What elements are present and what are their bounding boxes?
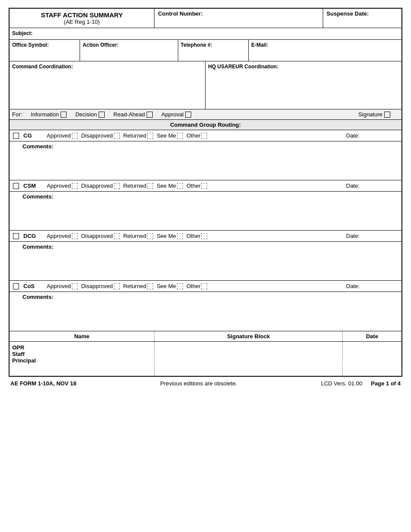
- csm-see-me: See Me: [157, 183, 183, 189]
- form-subtitle: (AE Reg 1-10): [11, 19, 152, 25]
- cos-disapproved: Disapproved: [81, 283, 120, 289]
- decision-item: Decision: [75, 111, 105, 118]
- cg-date-section: Date:: [346, 132, 398, 139]
- approval-label: Approval: [161, 111, 183, 118]
- for-row: For: Information Decision Read-Ahead App…: [10, 109, 401, 120]
- cg-other-checkbox[interactable]: [201, 133, 207, 139]
- cg-see-me-checkbox[interactable]: [177, 133, 183, 139]
- subject-label: Subject:: [12, 30, 32, 36]
- cos-other: Other: [186, 283, 208, 289]
- dcg-returned-checkbox[interactable]: [147, 233, 153, 239]
- opr-label: OPR: [12, 344, 151, 351]
- title-cell: STAFF ACTION SUMMARY (AE Reg 1-10): [10, 9, 154, 28]
- approval-checkbox[interactable]: [185, 112, 191, 118]
- csm-disapproved-checkbox[interactable]: [114, 183, 120, 189]
- footer-prev-label: Previous editions are obsolete.: [160, 380, 237, 387]
- suspense-date-label: Suspense Date:: [327, 10, 369, 17]
- principal-label: Principal: [12, 357, 151, 364]
- dcg-options: Approved Disapproved Returned See Me Oth…: [47, 233, 344, 239]
- email-label: E-Mail:: [251, 42, 268, 48]
- cos-date-label: Date:: [346, 283, 360, 289]
- cos-approved-checkbox[interactable]: [72, 283, 78, 289]
- cos-other-checkbox[interactable]: [201, 283, 207, 289]
- cos-select-checkbox[interactable]: [13, 283, 19, 289]
- office-symbol-label: Office Symbol:: [12, 42, 49, 48]
- dcg-comments-row: Comments:: [10, 242, 401, 281]
- cos-date-section: Date:: [346, 283, 398, 289]
- routing-header-label: Command Group Routing:: [170, 122, 241, 128]
- csm-returned-checkbox[interactable]: [147, 183, 153, 189]
- dcg-disapproved-label: Disapproved: [81, 233, 113, 239]
- dcg-date-section: Date:: [346, 233, 398, 239]
- read-ahead-checkbox[interactable]: [147, 112, 153, 118]
- cos-disapproved-label: Disapproved: [81, 283, 113, 289]
- cg-approved-checkbox[interactable]: [72, 133, 78, 139]
- footer: AE FORM 1-10A, NOV 18 Previous editions …: [9, 377, 402, 387]
- cos-see-me-label: See Me: [157, 283, 176, 289]
- csm-returned: Returned: [123, 183, 153, 189]
- dcg-select-checkbox[interactable]: [13, 233, 19, 239]
- footer-form-label: AE FORM 1-10A, NOV 18: [10, 380, 76, 387]
- routing-header-cell: Command Group Routing:: [10, 120, 401, 130]
- cos-see-me-checkbox[interactable]: [177, 283, 183, 289]
- cos-see-me: See Me: [157, 283, 183, 289]
- footer-right: LCD Vers. 01.00 Page 1 of 4: [321, 380, 401, 387]
- cos-returned-label: Returned: [123, 283, 146, 289]
- bottom-name-header: Name: [74, 333, 89, 340]
- dcg-approved-checkbox[interactable]: [72, 233, 78, 239]
- cg-other-label: Other: [186, 132, 201, 139]
- csm-see-me-label: See Me: [157, 183, 176, 189]
- cos-returned-checkbox[interactable]: [147, 283, 153, 289]
- information-label: Information: [31, 111, 59, 118]
- csm-select-checkbox[interactable]: [13, 183, 19, 189]
- dcg-see-me-checkbox[interactable]: [177, 233, 183, 239]
- command-coord-cell: Command Coordination:: [10, 61, 206, 109]
- csm-approved-checkbox[interactable]: [72, 183, 78, 189]
- dcg-other-checkbox[interactable]: [201, 233, 207, 239]
- cg-returned: Returned: [123, 132, 153, 139]
- information-checkbox[interactable]: [61, 112, 67, 118]
- cos-disapproved-checkbox[interactable]: [114, 283, 120, 289]
- dcg-returned: Returned: [123, 233, 153, 239]
- dcg-other-label: Other: [186, 233, 201, 239]
- cos-returned: Returned: [123, 283, 153, 289]
- routing-header-row: Command Group Routing:: [10, 120, 401, 130]
- cos-routing-row: CoS Approved Disapproved Returned See Me: [10, 281, 401, 292]
- cg-role-label: CG: [23, 132, 44, 139]
- approval-item: Approval: [161, 111, 191, 118]
- cg-returned-checkbox[interactable]: [147, 133, 153, 139]
- csm-other-checkbox[interactable]: [201, 183, 207, 189]
- dcg-date-label: Date:: [346, 233, 360, 239]
- bottom-sig-header: Signature Block: [227, 333, 270, 340]
- opr-row: OPR Staff Principal: [10, 341, 401, 376]
- office-symbol-cell: Office Symbol:: [10, 40, 80, 61]
- opr-name-cell: OPR Staff Principal: [10, 342, 154, 376]
- hq-coord-cell: HQ USAREUR Coordination:: [206, 61, 401, 109]
- bottom-date-header: Date: [366, 333, 378, 340]
- bottom-name-header-cell: Name: [10, 331, 154, 341]
- bottom-sig-header-cell: Signature Block: [154, 331, 343, 341]
- telephone-label: Telephone #:: [181, 42, 212, 48]
- cg-disapproved-checkbox[interactable]: [114, 133, 120, 139]
- cg-routing-row: CG Approved Disapproved Returned See Me: [10, 130, 401, 141]
- csm-see-me-checkbox[interactable]: [177, 183, 183, 189]
- dcg-disapproved-checkbox[interactable]: [114, 233, 120, 239]
- cos-approved: Approved: [47, 283, 78, 289]
- signature-checkbox[interactable]: [384, 112, 390, 118]
- cg-disapproved: Disapproved: [81, 132, 120, 139]
- dcg-returned-label: Returned: [123, 233, 146, 239]
- cg-select-checkbox[interactable]: [13, 133, 19, 139]
- csm-section: CSM Approved Disapproved Returned See Me: [10, 180, 401, 231]
- decision-checkbox[interactable]: [99, 112, 105, 118]
- dcg-role-label: DCG: [23, 233, 44, 239]
- cg-section: CG Approved Disapproved Returned See Me: [10, 130, 401, 180]
- dcg-comments-label: Comments:: [22, 244, 54, 250]
- dcg-disapproved: Disapproved: [81, 233, 120, 239]
- dcg-other: Other: [186, 233, 208, 239]
- signature-item: Signature: [358, 111, 390, 118]
- footer-lcd-label: LCD Vers. 01.00: [321, 380, 362, 387]
- cos-section: CoS Approved Disapproved Returned See Me: [10, 281, 401, 331]
- opr-date-cell: [343, 342, 401, 376]
- csm-date-section: Date:: [346, 183, 398, 189]
- dcg-routing-row: DCG Approved Disapproved Returned See Me: [10, 231, 401, 242]
